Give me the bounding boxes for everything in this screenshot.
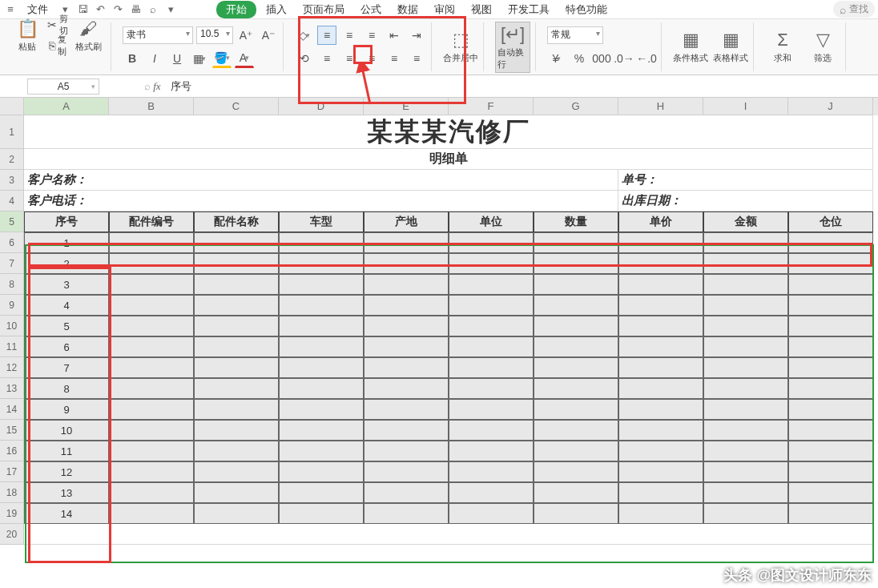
row-header[interactable]: 9 xyxy=(0,295,24,316)
table-cell[interactable] xyxy=(449,503,534,524)
row-header[interactable]: 15 xyxy=(0,420,24,441)
number-format-select[interactable]: 常规 xyxy=(547,26,603,44)
row-header[interactable]: 4 xyxy=(0,191,24,211)
table-cell[interactable] xyxy=(364,295,449,316)
table-cell[interactable] xyxy=(194,253,279,274)
table-cell[interactable] xyxy=(788,336,873,357)
table-cell[interactable] xyxy=(109,461,194,482)
table-cell[interactable] xyxy=(194,274,279,295)
row-header[interactable]: 8 xyxy=(0,274,24,295)
copy-button[interactable]: ⎘复制 xyxy=(48,36,67,55)
sheet-subtitle[interactable]: 明细单 xyxy=(24,149,873,170)
table-cell[interactable] xyxy=(109,295,194,316)
table-cell[interactable] xyxy=(618,274,703,295)
table-cell[interactable] xyxy=(449,316,534,336)
table-cell[interactable] xyxy=(788,503,873,524)
fx-icon[interactable]: fx xyxy=(144,80,161,93)
table-cell[interactable] xyxy=(618,503,703,524)
table-cell[interactable] xyxy=(109,378,194,399)
table-cell[interactable] xyxy=(364,482,449,503)
table-cell[interactable] xyxy=(618,378,703,399)
select-all-corner[interactable] xyxy=(0,98,24,115)
table-cell-num[interactable]: 11 xyxy=(24,441,109,461)
row-header[interactable]: 1 xyxy=(0,115,24,149)
table-header[interactable]: 单价 xyxy=(618,211,703,232)
tab-view[interactable]: 视图 xyxy=(465,1,498,18)
table-cell-num[interactable]: 8 xyxy=(24,378,109,399)
row-header[interactable]: 3 xyxy=(0,170,24,191)
table-cell[interactable] xyxy=(109,420,194,441)
cond-format-button[interactable]: ▦条件格式 xyxy=(673,30,708,64)
out-date-label[interactable]: 出库日期： xyxy=(618,191,873,211)
table-cell[interactable] xyxy=(279,253,364,274)
italic-icon[interactable]: I xyxy=(145,49,164,68)
row-header[interactable]: 2 xyxy=(0,149,24,170)
table-cell[interactable] xyxy=(194,441,279,461)
table-cell[interactable] xyxy=(194,336,279,357)
table-cell[interactable] xyxy=(534,482,618,503)
table-cell[interactable] xyxy=(788,461,873,482)
table-cell[interactable] xyxy=(109,274,194,295)
table-header[interactable]: 车型 xyxy=(279,211,364,232)
table-cell[interactable] xyxy=(279,378,364,399)
percent-icon[interactable]: % xyxy=(570,49,589,68)
table-cell-num[interactable]: 1 xyxy=(24,232,109,253)
table-cell[interactable] xyxy=(279,503,364,524)
table-cell[interactable] xyxy=(788,253,873,274)
table-cell[interactable] xyxy=(279,482,364,503)
table-cell[interactable] xyxy=(364,274,449,295)
row-header[interactable]: 13 xyxy=(0,378,24,399)
save-icon[interactable]: 🖫 xyxy=(75,2,90,17)
increase-indent-icon[interactable]: ⇥ xyxy=(407,26,426,45)
table-cell[interactable] xyxy=(279,441,364,461)
formula-input[interactable] xyxy=(166,80,875,92)
table-cell[interactable] xyxy=(364,357,449,378)
col-header[interactable]: H xyxy=(618,98,703,115)
preview-icon[interactable]: ⌕ xyxy=(146,2,160,17)
order-no-label[interactable]: 单号： xyxy=(618,170,873,191)
table-cell[interactable] xyxy=(534,461,618,482)
table-cell[interactable] xyxy=(534,420,618,441)
table-cell[interactable] xyxy=(618,316,703,336)
tab-developer[interactable]: 开发工具 xyxy=(501,1,556,18)
table-cell[interactable] xyxy=(279,336,364,357)
table-cell[interactable] xyxy=(109,316,194,336)
justify-icon[interactable]: ≡ xyxy=(385,49,404,68)
table-cell[interactable] xyxy=(788,274,873,295)
more-icon[interactable]: ▾ xyxy=(163,2,178,17)
table-header[interactable]: 仓位 xyxy=(788,211,873,232)
table-cell[interactable] xyxy=(109,503,194,524)
table-cell[interactable] xyxy=(364,399,449,420)
distributed-icon[interactable]: ≡ xyxy=(407,49,426,68)
paste-button[interactable]: 📋粘贴 xyxy=(10,18,45,53)
table-cell[interactable] xyxy=(703,295,788,316)
tab-insert[interactable]: 插入 xyxy=(260,1,293,18)
table-cell[interactable] xyxy=(788,232,873,253)
table-cell[interactable] xyxy=(364,336,449,357)
customer-name-label[interactable]: 客户名称： xyxy=(24,170,618,191)
table-cell-num[interactable]: 13 xyxy=(24,482,109,503)
table-cell[interactable] xyxy=(703,232,788,253)
merge-center-button[interactable]: ⬚合并居中 xyxy=(443,30,478,64)
cell-style-button[interactable]: ▦表格样式 xyxy=(713,30,748,64)
table-cell[interactable] xyxy=(109,399,194,420)
table-cell[interactable] xyxy=(703,253,788,274)
sum-button[interactable]: Σ求和 xyxy=(765,30,800,64)
tab-formula[interactable]: 公式 xyxy=(354,1,388,18)
fill-icon[interactable]: ◇▾ xyxy=(295,26,314,45)
table-cell[interactable] xyxy=(618,336,703,357)
decrease-indent-icon[interactable]: ⇤ xyxy=(385,26,404,45)
table-header[interactable]: 产地 xyxy=(364,211,449,232)
table-cell-num[interactable]: 5 xyxy=(24,316,109,336)
table-cell[interactable] xyxy=(703,461,788,482)
font-color-icon[interactable]: A▾ xyxy=(235,49,254,68)
format-painter-button[interactable]: 🖌格式刷 xyxy=(70,18,106,53)
table-cell[interactable] xyxy=(449,274,534,295)
row-header[interactable]: 11 xyxy=(0,336,24,357)
table-cell[interactable] xyxy=(109,253,194,274)
fill-color-icon[interactable]: 🪣▾ xyxy=(212,49,232,68)
row-header[interactable]: 18 xyxy=(0,482,24,503)
bold-icon[interactable]: B xyxy=(123,49,142,68)
filter-button[interactable]: ▽筛选 xyxy=(805,30,840,64)
col-header[interactable]: D xyxy=(279,98,364,115)
